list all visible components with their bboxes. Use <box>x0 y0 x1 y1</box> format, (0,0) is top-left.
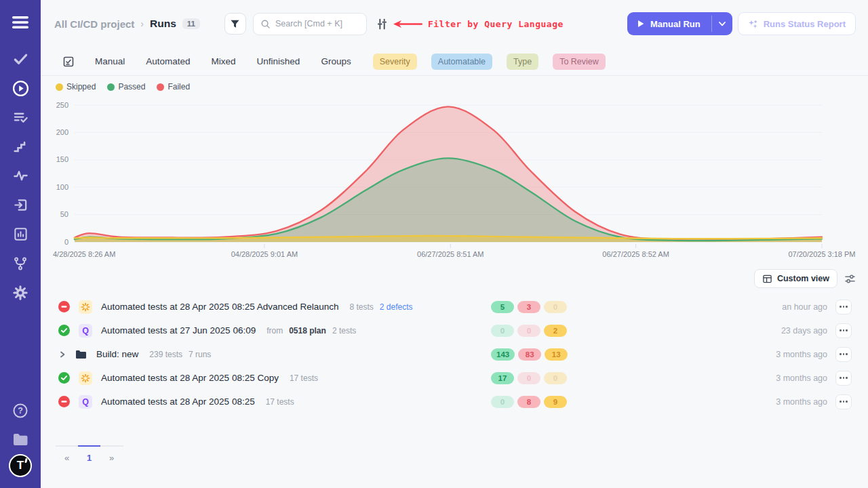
pagination-last[interactable]: » <box>100 453 123 463</box>
pagination-active-indicator <box>78 445 100 447</box>
ellipsis-icon <box>840 401 842 403</box>
run-title[interactable]: Automated tests at 28 Apr 2025 08:25 Adv… <box>101 302 339 312</box>
badge-green: 17 <box>491 372 514 384</box>
tab-manual[interactable]: Manual <box>95 56 125 66</box>
filter-pill-automatable[interactable]: Automatable <box>431 54 492 70</box>
menu-icon[interactable] <box>0 7 41 37</box>
sidebar-item-settings[interactable] <box>0 278 41 307</box>
badge-red: 0 <box>517 325 540 337</box>
sidebar-item-activity[interactable] <box>0 161 41 190</box>
y-axis-tick: 200 <box>56 128 68 136</box>
pagination: «1» <box>56 445 123 463</box>
pagination-page-1[interactable]: 1 <box>78 453 100 463</box>
run-menu-button[interactable] <box>835 371 852 386</box>
run-row[interactable]: Automated tests at 28 Apr 2025 08:25 Cop… <box>41 366 868 390</box>
defects-link[interactable]: 2 defects <box>380 302 413 312</box>
tab-groups[interactable]: Groups <box>321 56 351 66</box>
x-axis-label: 06/27/2025 8:52 AM <box>602 250 669 258</box>
spark-avatar-icon <box>81 373 90 383</box>
run-meta: 239 tests7 runs <box>149 350 211 359</box>
run-meta: 8 tests2 defects <box>350 302 413 312</box>
sidebar-item-analytics[interactable] <box>0 220 41 249</box>
play-circle-icon <box>12 80 29 97</box>
badge-red: 3 <box>517 301 540 313</box>
ellipsis-icon <box>840 353 842 355</box>
sidebar-item-tests[interactable] <box>0 45 41 74</box>
run-meta-item: 239 tests <box>149 350 182 359</box>
x-axis-label: 07/20/2025 3:18 PM <box>788 250 855 258</box>
runs-count-badge: 11 <box>182 18 200 29</box>
run-menu-button[interactable] <box>835 300 852 314</box>
run-group-row[interactable]: Build: new239 tests7 runs14383133 months… <box>41 342 868 366</box>
logo-t[interactable]: T <box>9 454 32 477</box>
run-meta-item: 17 tests <box>266 397 294 407</box>
run-menu-button[interactable] <box>835 323 852 338</box>
run-row[interactable]: QAutomated tests at 27 Jun 2025 06:09fro… <box>41 319 868 342</box>
filter-pill-type[interactable]: Type <box>507 54 538 70</box>
report-label: Runs Status Report <box>764 19 846 29</box>
run-menu-button[interactable] <box>835 347 852 362</box>
run-row[interactable]: QAutomated tests at 28 Apr 2025 08:2517 … <box>41 390 868 413</box>
search-input[interactable] <box>275 19 357 28</box>
run-title[interactable]: Automated tests at 27 Jun 2025 06:09 <box>101 325 256 336</box>
manual-run-button[interactable]: Manual Run <box>627 12 732 35</box>
filter-pill-to-review[interactable]: To Review <box>553 54 606 70</box>
sidebar-item-import[interactable] <box>0 190 41 220</box>
tab-unfinished[interactable]: Unfinished <box>257 56 300 66</box>
ellipsis-icon <box>840 306 842 308</box>
run-title[interactable]: Automated tests at 28 Apr 2025 08:25 Cop… <box>101 373 279 383</box>
run-menu-button[interactable] <box>835 394 852 409</box>
filter-button[interactable] <box>224 13 246 35</box>
run-row[interactable]: Automated tests at 28 Apr 2025 08:25 Adv… <box>41 295 868 319</box>
run-row-main: QAutomated tests at 28 Apr 2025 08:2517 … <box>58 395 491 409</box>
legend-item-passed[interactable]: Passed <box>107 82 145 92</box>
run-meta-item: 2 tests <box>332 326 356 336</box>
filter-pill-severity[interactable]: Severity <box>373 54 417 70</box>
failed-status-icon <box>58 301 70 312</box>
sidebar-item-runs[interactable] <box>0 74 41 103</box>
legend-item-failed[interactable]: Failed <box>157 82 190 92</box>
custom-view-button[interactable]: Custom view <box>754 269 837 288</box>
run-list-view-icon[interactable] <box>62 56 75 68</box>
inbox-arrow-icon <box>13 197 28 213</box>
pagination-buttons: «1» <box>56 453 123 463</box>
y-axis-tick: 100 <box>56 183 68 191</box>
pagination-first[interactable]: « <box>56 453 78 463</box>
legend-item-skipped[interactable]: Skipped <box>56 82 96 92</box>
header: All CI/CD project › Runs 11 Filter by Qu… <box>41 0 868 47</box>
y-axis-tick: 150 <box>56 155 68 163</box>
run-avatar-spark <box>79 371 92 385</box>
area-passed <box>75 158 822 242</box>
search-box[interactable] <box>253 13 367 35</box>
breadcrumb-project[interactable]: All CI/CD project <box>54 18 134 30</box>
sidebar-item-milestones[interactable] <box>0 132 41 161</box>
y-axis-tick: 50 <box>60 210 68 218</box>
breadcrumb-separator: › <box>140 18 144 29</box>
manual-run-dropdown[interactable] <box>712 12 732 35</box>
tab-automated[interactable]: Automated <box>146 56 190 66</box>
run-meta-item: from <box>267 326 283 336</box>
badge-yellow: 9 <box>544 396 567 408</box>
run-title[interactable]: Automated tests at 28 Apr 2025 08:25 <box>101 396 255 407</box>
sidebar-item-projects[interactable] <box>0 425 41 454</box>
runs-area-chart[interactable]: 0501001502002504/28/2025 8:26 AM04/28/20… <box>41 96 868 262</box>
list-settings-icon[interactable] <box>844 273 856 285</box>
run-result-badges: 1700 <box>491 372 586 384</box>
tab-mixed[interactable]: Mixed <box>212 56 236 66</box>
sidebar-item-plans[interactable] <box>0 103 41 132</box>
table-view-icon <box>762 274 772 284</box>
sidebar-item-help[interactable]: ? <box>0 396 41 425</box>
run-meta: 17 tests <box>266 397 294 407</box>
funnel-icon <box>230 19 240 29</box>
sidebar-item-branches[interactable] <box>0 249 41 278</box>
runs-status-report-button[interactable]: Runs Status Report <box>738 12 856 35</box>
legend-label: Skipped <box>66 82 96 92</box>
group-expand-button[interactable] <box>58 350 66 359</box>
legend-dot-passed <box>107 83 115 91</box>
breadcrumb-runs[interactable]: Runs <box>150 18 176 30</box>
run-title[interactable]: Build: new <box>96 349 138 359</box>
run-row-main: Automated tests at 28 Apr 2025 08:25 Adv… <box>58 300 491 314</box>
header-actions: Manual Run Runs Status Report <box>627 12 856 35</box>
query-language-filter-icon[interactable] <box>376 18 388 30</box>
badge-green: 0 <box>491 325 514 337</box>
